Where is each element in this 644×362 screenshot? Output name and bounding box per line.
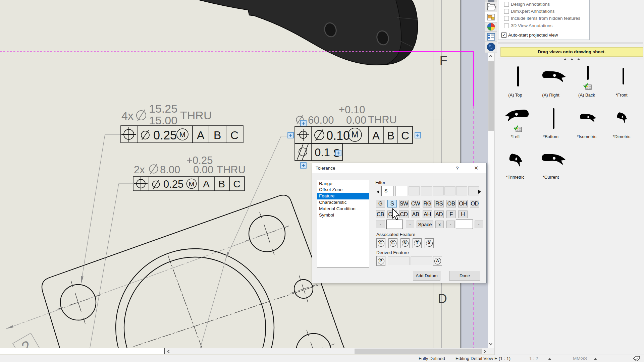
svg-text:0.1: 0.1 bbox=[315, 146, 330, 159]
svg-text:+0.10: +0.10 bbox=[339, 104, 365, 116]
svg-text:8.00: 8.00 bbox=[160, 164, 180, 176]
svg-text:A: A bbox=[372, 129, 380, 142]
svg-text:M: M bbox=[352, 130, 359, 139]
svg-text:15.00: 15.00 bbox=[149, 114, 177, 127]
svg-text:B: B bbox=[214, 129, 221, 141]
svg-text:M: M bbox=[189, 180, 195, 188]
svg-text:0.10: 0.10 bbox=[326, 129, 350, 142]
svg-text:60.00: 60.00 bbox=[308, 114, 334, 126]
svg-text:0.25: 0.25 bbox=[153, 128, 177, 142]
svg-text:A: A bbox=[197, 129, 205, 141]
svg-text:C: C bbox=[230, 129, 239, 141]
svg-text:THRU: THRU bbox=[217, 164, 246, 176]
svg-text:B: B bbox=[387, 129, 394, 142]
svg-text:M: M bbox=[179, 130, 185, 139]
svg-text:THRU: THRU bbox=[368, 114, 397, 126]
svg-text:C: C bbox=[401, 129, 409, 142]
svg-text:C: C bbox=[233, 178, 240, 189]
svg-text:THRU: THRU bbox=[180, 109, 212, 122]
svg-text:4x: 4x bbox=[121, 109, 133, 122]
svg-text:F: F bbox=[439, 54, 447, 68]
svg-text:0.00: 0.00 bbox=[346, 114, 366, 126]
svg-text:15.25: 15.25 bbox=[149, 102, 177, 115]
svg-text:0.25: 0.25 bbox=[163, 178, 183, 190]
svg-text:0.00: 0.00 bbox=[193, 164, 213, 176]
svg-text:D: D bbox=[438, 292, 447, 306]
svg-text:B: B bbox=[218, 178, 225, 189]
svg-text:A: A bbox=[203, 178, 210, 189]
svg-text:2x: 2x bbox=[134, 164, 145, 176]
